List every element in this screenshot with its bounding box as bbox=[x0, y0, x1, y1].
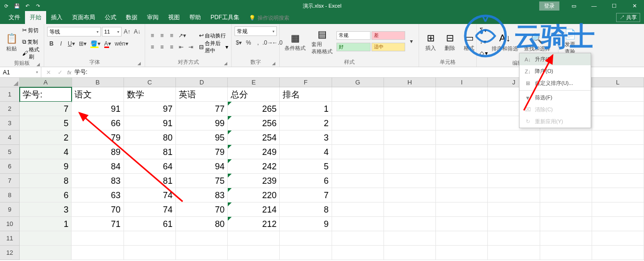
cancel-formula-icon[interactable]: ✕ bbox=[44, 68, 53, 77]
cell[interactable]: 242 bbox=[228, 159, 280, 174]
cell[interactable]: 3 bbox=[20, 202, 72, 217]
cell[interactable] bbox=[488, 174, 540, 188]
cell[interactable] bbox=[540, 202, 592, 217]
align-left-icon[interactable]: ≡ bbox=[148, 42, 157, 52]
dialog-launcher-icon[interactable]: ◢ bbox=[37, 62, 40, 67]
cell[interactable] bbox=[488, 202, 540, 217]
cell[interactable] bbox=[592, 102, 644, 116]
cell[interactable] bbox=[384, 217, 436, 231]
tab-pdf[interactable]: PDF工具集 bbox=[206, 11, 244, 24]
cell[interactable] bbox=[488, 145, 540, 159]
styles-more-icon[interactable]: ▾ bbox=[407, 36, 416, 46]
cell[interactable]: 95 bbox=[176, 130, 228, 145]
cell[interactable]: 语文 bbox=[72, 87, 124, 102]
cell[interactable]: 4 bbox=[20, 145, 72, 159]
dialog-launcher-icon[interactable]: ◢ bbox=[272, 61, 275, 66]
autosave-icon[interactable]: ⟳ bbox=[3, 2, 10, 9]
fx-icon[interactable]: fx bbox=[67, 70, 72, 75]
cell[interactable] bbox=[228, 246, 280, 260]
cell[interactable] bbox=[280, 246, 332, 260]
cell[interactable] bbox=[540, 188, 592, 202]
cell[interactable]: 249 bbox=[228, 145, 280, 159]
cell[interactable] bbox=[436, 87, 488, 102]
align-right-icon[interactable]: ≡ bbox=[167, 42, 176, 52]
cell[interactable]: 74 bbox=[124, 188, 176, 202]
cell[interactable]: 80 bbox=[124, 130, 176, 145]
cell[interactable] bbox=[20, 246, 72, 260]
cell[interactable] bbox=[488, 231, 540, 246]
cell[interactable]: 265 bbox=[228, 102, 280, 116]
format-painter-button[interactable]: 🖌格式刷 bbox=[22, 48, 41, 59]
tab-home[interactable]: 开始 bbox=[25, 11, 46, 24]
cell[interactable] bbox=[436, 130, 488, 145]
cell[interactable]: 77 bbox=[176, 102, 228, 116]
cell[interactable] bbox=[384, 174, 436, 188]
cell[interactable]: 61 bbox=[124, 217, 176, 231]
clear-button[interactable]: ◇▾ bbox=[480, 48, 488, 59]
cell[interactable]: 8 bbox=[20, 174, 72, 188]
cell[interactable] bbox=[488, 246, 540, 260]
cell[interactable]: 3 bbox=[280, 130, 332, 145]
name-box[interactable]: A1▾ bbox=[0, 67, 41, 77]
cell[interactable]: 66 bbox=[72, 116, 124, 130]
percent-icon[interactable]: % bbox=[244, 38, 253, 47]
tell-me-search[interactable]: 💡 操作说明搜索 bbox=[244, 12, 294, 24]
cell[interactable]: 79 bbox=[176, 145, 228, 159]
autosum-button[interactable]: Σ▾ bbox=[480, 25, 488, 36]
cell[interactable]: 总分 bbox=[228, 87, 280, 102]
tab-help[interactable]: 帮助 bbox=[185, 11, 206, 24]
cell[interactable] bbox=[332, 130, 384, 145]
cell[interactable]: 63 bbox=[72, 188, 124, 202]
cell[interactable] bbox=[332, 159, 384, 174]
col-header[interactable]: A bbox=[20, 78, 72, 87]
cell[interactable]: 256 bbox=[228, 116, 280, 130]
cell[interactable] bbox=[332, 202, 384, 217]
cell[interactable] bbox=[540, 145, 592, 159]
cell[interactable]: 97 bbox=[124, 102, 176, 116]
row-header[interactable]: 6 bbox=[0, 159, 20, 174]
cell[interactable] bbox=[332, 231, 384, 246]
increase-decimal-icon[interactable]: .0→ bbox=[263, 38, 272, 47]
align-bottom-icon[interactable]: ≡ bbox=[167, 31, 176, 40]
cell[interactable] bbox=[592, 87, 644, 102]
cell[interactable] bbox=[592, 116, 644, 130]
cell[interactable] bbox=[540, 231, 592, 246]
close-icon[interactable]: ✕ bbox=[625, 0, 644, 12]
cell[interactable]: 91 bbox=[72, 102, 124, 116]
col-header[interactable]: E bbox=[228, 78, 280, 87]
accounting-icon[interactable]: $▾ bbox=[235, 38, 243, 47]
ribbon-options-icon[interactable]: ▭ bbox=[564, 0, 583, 12]
cell[interactable] bbox=[592, 174, 644, 188]
cell[interactable]: 数学 bbox=[124, 87, 176, 102]
custom-sort-item[interactable]: ⊞自定义排序(U)... bbox=[520, 77, 591, 89]
cell[interactable] bbox=[384, 116, 436, 130]
cell[interactable]: 75 bbox=[176, 174, 228, 188]
cell[interactable]: 81 bbox=[124, 145, 176, 159]
cell[interactable] bbox=[592, 145, 644, 159]
cell[interactable]: 5 bbox=[280, 159, 332, 174]
undo-icon[interactable]: ↶ bbox=[24, 2, 31, 9]
style-neutral[interactable]: 适中 bbox=[372, 43, 406, 51]
cell[interactable] bbox=[540, 159, 592, 174]
cell[interactable]: 70 bbox=[176, 202, 228, 217]
cell[interactable] bbox=[384, 188, 436, 202]
cell[interactable] bbox=[384, 202, 436, 217]
tab-formula[interactable]: 公式 bbox=[100, 11, 121, 24]
cell[interactable] bbox=[176, 246, 228, 260]
cell[interactable] bbox=[436, 174, 488, 188]
cell[interactable] bbox=[384, 145, 436, 159]
cell[interactable]: 91 bbox=[124, 116, 176, 130]
cell[interactable]: 排名 bbox=[280, 87, 332, 102]
cell[interactable]: 99 bbox=[176, 116, 228, 130]
cell[interactable] bbox=[592, 130, 644, 145]
cell[interactable] bbox=[488, 130, 540, 145]
cell[interactable] bbox=[592, 188, 644, 202]
col-header[interactable]: C bbox=[124, 78, 176, 87]
cell[interactable] bbox=[436, 231, 488, 246]
dialog-launcher-icon[interactable]: ◢ bbox=[224, 61, 227, 66]
cell[interactable]: 7 bbox=[280, 188, 332, 202]
share-button[interactable]: ↗ 共享 bbox=[616, 13, 640, 22]
cell[interactable]: 83 bbox=[72, 174, 124, 188]
cell[interactable] bbox=[540, 246, 592, 260]
fill-color-button[interactable]: 🪣▾ bbox=[89, 39, 102, 48]
